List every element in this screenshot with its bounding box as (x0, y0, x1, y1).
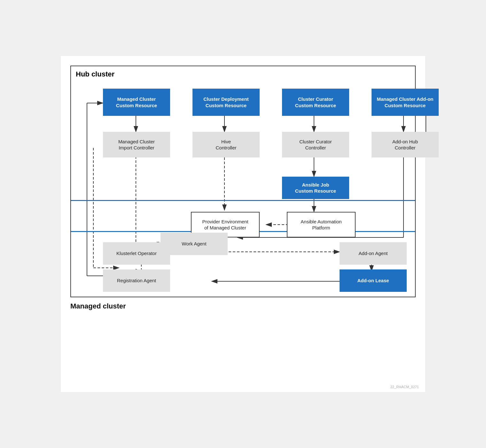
addon-agent-node: Add-on Agent (340, 242, 407, 265)
hub-diagram: Managed Cluster Custom Resource Cluster … (77, 85, 409, 290)
hub-cluster-label: Hub cluster (76, 70, 114, 78)
addon-lease-node: Add-on Lease (340, 269, 407, 292)
watermark: 22_RHACM_0271 (390, 385, 419, 389)
page-wrapper: Hub cluster (61, 56, 425, 392)
klusterlet-operator-node: Klusterlet Operator (103, 242, 170, 265)
work-agent-node: Work Agent (161, 233, 228, 255)
ansible-automation-node: Ansible Automation Platform (287, 212, 356, 237)
addon-hub-controller-node: Add-on Hub Controller (372, 132, 439, 157)
hub-cluster-section: Hub cluster (70, 66, 416, 297)
managed-cluster-cr-node: Managed Cluster Custom Resource (103, 89, 170, 116)
managed-cluster-addon-cr-node: Managed Cluster Add-on Custom Resource (372, 89, 439, 116)
cluster-curator-cr-node: Cluster Curator Custom Resource (282, 89, 349, 116)
managed-cluster-import-controller-node: Managed Cluster Import Controller (103, 132, 170, 157)
cluster-curator-controller-node: Cluster Curator Controller (282, 132, 349, 157)
managed-cluster-label: Managed cluster (70, 302, 416, 310)
cluster-deployment-cr-node: Cluster Deployment Custom Resource (192, 89, 260, 116)
registration-agent-node: Registration Agent (103, 269, 170, 292)
hive-controller-node: Hive Controller (192, 132, 260, 157)
blue-line-1 (71, 200, 415, 201)
ansible-job-cr-node: Ansible Job Custom Resource (282, 177, 349, 199)
